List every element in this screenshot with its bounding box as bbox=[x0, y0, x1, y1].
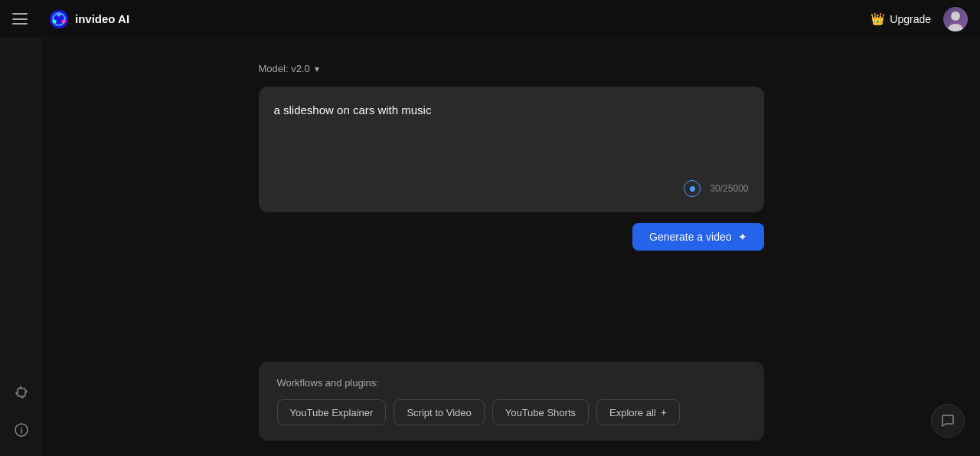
workflow-chip-explore-all[interactable]: Explore all + bbox=[596, 399, 680, 425]
workflows-label: Workflows and plugins: bbox=[277, 377, 746, 389]
invideo-logo-icon bbox=[49, 9, 69, 29]
chat-bubble-button[interactable] bbox=[931, 404, 965, 438]
upgrade-label: Upgrade bbox=[890, 13, 931, 25]
char-count: 30/25000 bbox=[710, 183, 748, 194]
brand-name: invideo AI bbox=[75, 12, 129, 25]
info-icon bbox=[14, 422, 29, 438]
upgrade-button[interactable]: 👑 Upgrade bbox=[871, 12, 931, 26]
workflow-chip-youtube-explainer[interactable]: YouTube Explainer bbox=[277, 399, 387, 425]
model-label: Model: v2.0 bbox=[259, 63, 310, 74]
hamburger-button[interactable] bbox=[12, 13, 28, 25]
svg-point-6 bbox=[948, 24, 963, 31]
generate-video-button[interactable]: Generate a video ✦ bbox=[632, 223, 763, 251]
workflow-chip-youtube-shorts[interactable]: YouTube Shorts bbox=[492, 399, 589, 425]
mic-button[interactable] bbox=[684, 180, 701, 197]
workflow-chip-script-to-video[interactable]: Script to Video bbox=[394, 399, 484, 425]
top-bar: invideo AI 👑 Upgrade bbox=[0, 0, 980, 38]
crown-icon: 👑 bbox=[871, 12, 885, 26]
sidebar-info-button[interactable] bbox=[8, 416, 35, 444]
svg-point-9 bbox=[21, 427, 22, 428]
avatar-image bbox=[943, 7, 968, 31]
svg-point-4 bbox=[53, 19, 57, 23]
sidebar-puzzle-button[interactable] bbox=[8, 379, 35, 407]
chevron-down-icon: ▾ bbox=[315, 64, 319, 74]
prompt-container: a slideshow on cars with music 30/25000 bbox=[259, 87, 764, 212]
generate-button-label: Generate a video bbox=[649, 231, 731, 243]
svg-point-5 bbox=[951, 11, 960, 21]
brand-logo: invideo AI bbox=[49, 9, 129, 29]
model-selector[interactable]: Model: v2.0 ▾ bbox=[259, 63, 764, 74]
prompt-textarea[interactable]: a slideshow on cars with music bbox=[274, 102, 749, 171]
svg-point-3 bbox=[62, 19, 66, 23]
puzzle-icon bbox=[14, 385, 29, 401]
workflows-section: Workflows and plugins: YouTube Explainer… bbox=[259, 362, 764, 441]
svg-point-2 bbox=[57, 12, 61, 16]
avatar[interactable] bbox=[943, 7, 968, 31]
plus-icon: + bbox=[661, 406, 667, 418]
sparkle-icon: ✦ bbox=[738, 231, 747, 243]
main-area: Model: v2.0 ▾ a slideshow on cars with m… bbox=[42, 0, 980, 456]
left-sidebar bbox=[0, 0, 42, 456]
chat-icon bbox=[940, 413, 956, 428]
